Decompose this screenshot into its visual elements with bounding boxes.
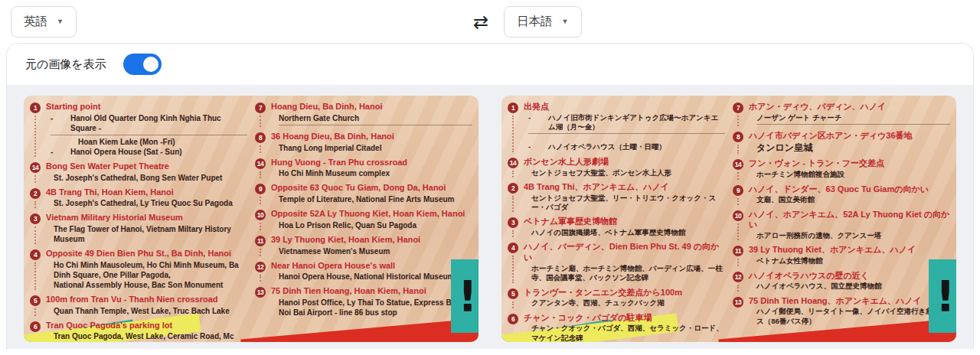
- stop-number-badge: 13: [733, 297, 743, 308]
- source-language-label: 英語: [24, 14, 47, 30]
- route-line: 14: [30, 161, 46, 183]
- stop-number-badge: 2: [508, 183, 518, 194]
- stop-list-column: 1Starting point-Hanoi Old Quarter Dong K…: [30, 102, 247, 337]
- route-line: 2: [30, 187, 46, 209]
- stop-body: フン・ヴォン - トラン・フー交差点ホーチミン博物館複合施設: [749, 158, 950, 179]
- bus-stop-entry: 1375 Dinh Tien Hoang、ホアンキエム、ハノイハノイ郵便局、リー…: [733, 296, 950, 326]
- teal-ribbon: !: [451, 259, 479, 333]
- route-line: 5: [30, 295, 46, 316]
- stop-detail: タンロン皇城: [756, 142, 950, 155]
- stop-detail-text: クアンタン寺、西湖、チュックバック湖: [531, 298, 665, 307]
- route-line: 11: [733, 245, 749, 265]
- stop-body: 75 Dinh Tien Hoang, Hoan Kiem, HanoiHano…: [271, 286, 472, 318]
- dash-bullet: -: [528, 142, 548, 151]
- stop-body: Opposite 63 Quoc Tu Giam, Dong Da, Hanoi…: [271, 183, 472, 204]
- bus-stop-entry: 12Near Hanoi Opera House's wallHanoi Ope…: [255, 261, 472, 282]
- stop-title: Bong Sen Water Pupet Theatre: [46, 161, 247, 172]
- bus-stop-entry: 9Opposite 63 Quoc Tu Giam, Dong Da, Hano…: [255, 183, 472, 204]
- stop-detail: St. Joseph's Cathedral, Ly Trieu Quoc Su…: [54, 198, 247, 208]
- stop-body: 出発点-ハノイ旧市街ドンキンギアトゥク広場〜ホアンキエム湖（月〜金）-ハノイオペ…: [524, 102, 725, 152]
- stop-title: Tran Quoc Pagoda's parking lot: [46, 321, 247, 331]
- source-language-button[interactable]: 英語 ▼: [11, 6, 77, 37]
- brochure-columns: 1Starting point-Hanoi Old Quarter Dong K…: [30, 102, 472, 337]
- route-line: 14: [733, 158, 749, 179]
- bus-stop-entry: 7Hoang Dieu, Ba Dinh, HanoiNorthern Gate…: [255, 102, 472, 127]
- stop-detail: クアンタン寺、西湖、チュックバック湖: [531, 298, 725, 308]
- route-line: 13: [255, 286, 271, 318]
- bus-stop-entry: 5トランヴー・タンニエン交差点から100mクアンタン寺、西湖、チュックバック湖: [508, 288, 725, 308]
- stop-detail: The Flag Tower of Hanoi, Vietnam Miltary…: [54, 224, 247, 244]
- stop-detail-text: チャン・クオック・パゴダ、西湖、セラミック・ロード、マケイン記念碑: [531, 324, 724, 341]
- show-original-label: 元の画像を表示: [25, 57, 106, 72]
- show-original-toggle[interactable]: [123, 54, 162, 75]
- exclamation-glyph: !: [458, 275, 478, 318]
- route-line: 14: [255, 158, 271, 179]
- route-line: 1: [30, 102, 46, 157]
- teal-ribbon: !: [929, 259, 956, 333]
- stop-detail-text: ハノイオペラハウス、国立歴史博物館: [756, 282, 882, 290]
- stop-title: Vietnam Military Historial Museum: [46, 213, 247, 223]
- route-line: 4: [30, 249, 46, 290]
- stop-title: チャン・コック・パゴダの駐車場: [524, 313, 725, 324]
- stop-title: ハノイ市バディン区ホアン・ディウ36番地: [749, 131, 950, 142]
- route-line: 6: [30, 321, 46, 343]
- stop-detail: Tran Quoc Pagoda, West Lake, Ceramic Roa…: [54, 331, 247, 342]
- stop-title: ハノイ、バーディン、Dien Bien Phu St. 49 の向かい: [524, 242, 725, 263]
- stop-number-badge: 5: [508, 288, 518, 299]
- stop-body: ハノイ、ドンダー、63 Quoc Tu Giamの向かい文廟、国立美術館: [749, 184, 950, 205]
- stop-body: 4B Trang Thi, Hoan Kiem, HanoiSt. Joseph…: [46, 187, 247, 209]
- stop-title: 4B Trang Thi, Hoan Kiem, Hanoi: [46, 187, 247, 198]
- bus-stop-entry: 6チャン・コック・パゴダの駐車場チャン・クオック・パゴダ、西湖、セラミック・ロー…: [508, 313, 725, 342]
- stop-detail: Ho Chi Minh Museum complex: [279, 168, 472, 178]
- bus-stop-entry: 8ハノイ市バディン区ホアン・ディウ36番地タンロン皇城: [733, 131, 950, 154]
- stop-detail-text: Hoa Lo Prison Relic, Quan Su Pagoda: [279, 221, 416, 230]
- stop-detail-text: セントジョセフ大聖堂、ボンセン水上人形: [531, 168, 671, 177]
- stop-body: Vietnam Military Historial MuseumThe Fla…: [46, 213, 247, 244]
- stop-number-badge: 6: [30, 321, 41, 332]
- stop-number-badge: 14: [733, 159, 743, 170]
- stop-detail: ノーザン ゲート チャーチ: [756, 113, 950, 125]
- bus-stop-entry: 4ハノイ、バーディン、Dien Bien Phu St. 49 の向かいホーチミ…: [508, 242, 725, 282]
- route-line: 2: [508, 182, 524, 212]
- stop-body: 39 Ly Thuong Kiet、ホアンキエム、ハノイベトナム女性博物館: [749, 245, 950, 265]
- swap-languages-icon[interactable]: ⇄: [469, 11, 493, 33]
- stop-detail: ホアロー刑務所の遺物、クアンスー塔: [756, 231, 950, 240]
- stop-number-badge: 4: [30, 249, 41, 260]
- stop-detail: ホーチミン博物館複合施設: [756, 170, 950, 179]
- stop-title: 39 Ly Thuong Kiet, Hoan Kiem, Hanoi: [271, 235, 472, 246]
- stop-number-badge: 13: [255, 287, 266, 298]
- stop-title: ハノイオペラハウスの壁の近く: [749, 271, 950, 282]
- stop-number-badge: 14: [30, 162, 41, 173]
- stop-title: 100m from Tran Vu - Thanh Nien crossroad: [46, 295, 247, 305]
- chevron-down-icon: ▼: [57, 18, 64, 25]
- stop-number-badge: 10: [733, 210, 743, 221]
- stop-detail: ベトナム女性博物館: [756, 256, 950, 265]
- stop-detail-text: Northern Gate Church: [279, 114, 359, 122]
- stop-body: 100m from Tran Vu - Thanh Nien crossroad…: [46, 295, 247, 316]
- route-line: 10: [255, 209, 271, 230]
- stop-body: トランヴー・タンニエン交差点から100mクアンタン寺、西湖、チュックバック湖: [524, 288, 725, 308]
- bus-stop-entry: 24B Trang Thi、ホアンキエム、ハノイセントジョセフ大聖堂、リー・トリ…: [508, 182, 725, 212]
- target-language-label: 日本語: [517, 14, 553, 30]
- dash-bullet: -: [528, 113, 548, 132]
- route-line: 12: [255, 261, 271, 282]
- bus-stop-entry: 4Opposite 49 Dien Bien Phu St., Ba Dinh,…: [30, 249, 247, 290]
- stop-detail-text: ホアロー刑務所の遺物、クアンスー塔: [756, 231, 881, 239]
- target-language-button[interactable]: 日本語 ▼: [504, 6, 581, 37]
- stop-detail: Vietnamese Women's Museum: [279, 246, 472, 256]
- stop-detail-text: Hoan Kiem Lake (Mon -Fri): [78, 138, 175, 146]
- stop-detail: Hanoi Opera House, National Historical M…: [279, 272, 472, 282]
- stop-detail-text: Vietnamese Women's Museum: [279, 247, 390, 256]
- bus-stop-entry: 5100m from Tran Vu - Thanh Nien crossroa…: [30, 295, 247, 316]
- stop-number-badge: 4: [508, 243, 518, 253]
- stop-title: Near Hanoi Opera House's wall: [271, 261, 472, 272]
- stop-detail: Hanoi Post Office, Ly Thai To Statue, Ex…: [279, 298, 472, 318]
- stop-detail: Northern Gate Church: [279, 113, 472, 125]
- stop-body: Hung Vuong - Tran Phu crossroadHo Chi Mi…: [271, 158, 472, 179]
- route-line: 10: [733, 210, 749, 241]
- stop-number-badge: 1: [508, 103, 518, 113]
- stop-number-badge: 10: [255, 210, 266, 220]
- bus-stop-entry: 1139 Ly Thuong Kiet、ホアンキエム、ハノイベトナム女性博物館: [733, 245, 950, 265]
- stop-body: 4B Trang Thi、ホアンキエム、ハノイセントジョセフ大聖堂、リー・トリエ…: [524, 182, 725, 212]
- bus-stop-entry: 12ハノイオペラハウスの壁の近くハノイオペラハウス、国立歴史博物館: [733, 271, 950, 291]
